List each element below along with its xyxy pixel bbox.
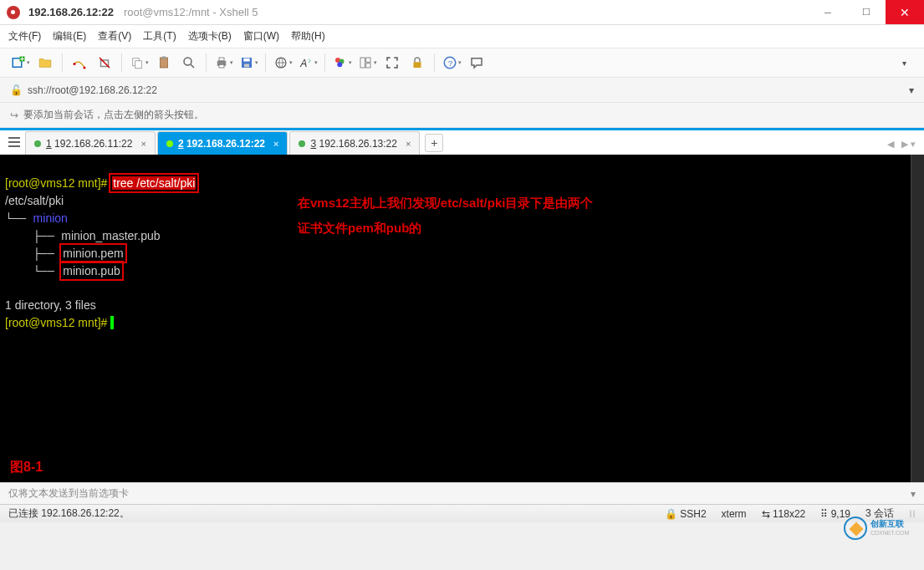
term-output-file: minion.pub: [63, 264, 120, 277]
sendbar-dropdown-icon[interactable]: ▾: [911, 488, 916, 500]
term-output-summary: 1 directory, 3 files: [5, 298, 96, 312]
globe-button[interactable]: [271, 51, 294, 74]
tip-text: 要添加当前会话，点击左侧的箭头按钮。: [23, 108, 204, 122]
highlight-command: tree /etc/salt/pki: [110, 175, 197, 191]
address-bar[interactable]: 🔓 ssh://root@192.168.26.12:22 ▾: [0, 78, 924, 103]
term-output-file: minion.pem: [63, 247, 123, 260]
highlight-file: minion.pub: [61, 262, 122, 279]
comment-button[interactable]: [465, 51, 488, 74]
term-output-dir: minion: [33, 211, 68, 225]
svg-rect-24: [414, 62, 421, 68]
address-text: ssh://root@192.168.26.12:22: [28, 84, 157, 96]
tip-arrow-icon[interactable]: ↪: [10, 109, 18, 121]
annotation-line-2: 证书文件pem和pub的: [298, 220, 421, 237]
minimize-button[interactable]: ─: [809, 0, 847, 24]
status-dot-icon: [34, 140, 41, 147]
help-button[interactable]: ?: [440, 51, 463, 74]
separator: [62, 53, 63, 72]
menu-window[interactable]: 窗口(W): [243, 29, 279, 43]
menu-view[interactable]: 查看(V): [98, 29, 131, 43]
status-ssh: 🔒 SSH2: [665, 508, 707, 520]
session-tab-1[interactable]: 1 192.168.26.11:22 ×: [25, 131, 156, 155]
window-title-main: 192.168.26.12:22: [28, 6, 114, 18]
title-bar: 192.168.26.12:22 root@vms12:/mnt - Xshel…: [0, 0, 924, 25]
svg-rect-15: [244, 64, 249, 68]
addr-dropdown-icon[interactable]: ▾: [909, 84, 914, 96]
toolbar: A ? ▾: [0, 48, 924, 78]
send-bar[interactable]: 仅将文本发送到当前选项卡 ▾: [0, 482, 924, 504]
open-button[interactable]: [33, 51, 57, 74]
session-tab-3[interactable]: 3 192.168.26.13:22 ×: [289, 131, 420, 155]
term-cursor: [110, 316, 114, 329]
svg-rect-22: [365, 58, 370, 62]
status-dot-icon: [299, 140, 305, 147]
tip-bar: ↪ 要添加当前会话，点击左侧的箭头按钮。: [0, 103, 924, 128]
separator: [434, 53, 435, 72]
menu-file[interactable]: 文件(F): [8, 29, 41, 43]
svg-point-2: [74, 63, 76, 65]
status-bar: 已连接 192.168.26.12:22。 🔒 SSH2 xterm ⇆ 118…: [0, 504, 924, 522]
tab-menu-button[interactable]: [7, 135, 22, 150]
svg-text:?: ?: [447, 59, 452, 68]
status-connection: 已连接 192.168.26.12:22。: [8, 506, 130, 521]
scrollbar[interactable]: [911, 155, 924, 482]
copy-button[interactable]: [127, 51, 151, 74]
separator: [265, 53, 266, 72]
menu-tools[interactable]: 工具(T): [143, 29, 176, 43]
layout-button[interactable]: [355, 51, 379, 74]
tab-strip: 1 192.168.26.11:22 × 2 192.168.26.12:22 …: [0, 128, 924, 155]
maximize-button[interactable]: ☐: [847, 0, 886, 24]
svg-rect-12: [219, 64, 224, 68]
svg-rect-11: [219, 58, 224, 61]
svg-rect-8: [162, 57, 166, 59]
app-icon: [7, 6, 20, 19]
watermark-logo-icon: [844, 517, 867, 540]
close-button[interactable]: ✕: [886, 0, 924, 24]
separator: [324, 53, 325, 72]
font-button[interactable]: A: [296, 51, 319, 74]
figure-label: 图8-1: [10, 459, 43, 476]
watermark: 创新互联CDXNET.COM: [844, 511, 919, 545]
term-output-path: /etc/salt/pki: [5, 194, 64, 207]
svg-point-20: [337, 62, 342, 67]
fullscreen-button[interactable]: [380, 51, 404, 74]
menu-bar: 文件(F) 编辑(E) 查看(V) 工具(T) 选项卡(B) 窗口(W) 帮助(…: [0, 25, 924, 48]
window-controls: ─ ☐ ✕: [809, 0, 924, 24]
save-button[interactable]: [237, 51, 260, 74]
term-prompt: [root@vms12 mnt]#: [5, 176, 110, 190]
new-session-button[interactable]: [8, 51, 32, 74]
status-termtype: xterm: [722, 508, 747, 520]
tab-close-icon[interactable]: ×: [273, 139, 278, 149]
highlight-file: minion.pem: [61, 245, 125, 262]
term-command: tree /etc/salt/pki: [112, 176, 196, 190]
lock-icon: 🔓: [10, 84, 23, 96]
tab-nav[interactable]: ◀ ▶ ▾: [887, 139, 916, 150]
disconnect-button[interactable]: [93, 51, 116, 74]
term-prompt: [root@vms12 mnt]#: [5, 316, 110, 329]
new-tab-button[interactable]: +: [425, 134, 443, 152]
terminal[interactable]: [root@vms12 mnt]# tree /etc/salt/pki /et…: [0, 155, 924, 482]
tab-close-icon[interactable]: ×: [140, 139, 145, 149]
menu-help[interactable]: 帮助(H): [291, 29, 325, 43]
separator: [206, 53, 207, 72]
svg-point-3: [84, 67, 86, 69]
svg-rect-14: [243, 59, 250, 62]
send-bar-text: 仅将文本发送到当前选项卡: [8, 486, 129, 501]
print-button[interactable]: [212, 51, 235, 74]
menu-edit[interactable]: 编辑(E): [53, 29, 86, 43]
term-output-file: minion_master.pub: [61, 229, 160, 242]
svg-rect-23: [365, 64, 370, 68]
color-button[interactable]: [330, 51, 354, 74]
paste-button[interactable]: [152, 51, 176, 74]
toolbar-overflow[interactable]: ▾: [892, 51, 916, 74]
connect-button[interactable]: [68, 51, 91, 74]
svg-rect-21: [360, 58, 365, 68]
find-button[interactable]: [177, 51, 201, 74]
menu-tabs[interactable]: 选项卡(B): [188, 29, 232, 43]
session-tab-2[interactable]: 2 192.168.26.12:22 ×: [157, 131, 288, 155]
separator: [121, 53, 122, 72]
svg-text:A: A: [299, 58, 307, 69]
lock-button[interactable]: [406, 51, 429, 74]
tab-close-icon[interactable]: ×: [406, 139, 411, 149]
svg-rect-7: [161, 58, 168, 68]
